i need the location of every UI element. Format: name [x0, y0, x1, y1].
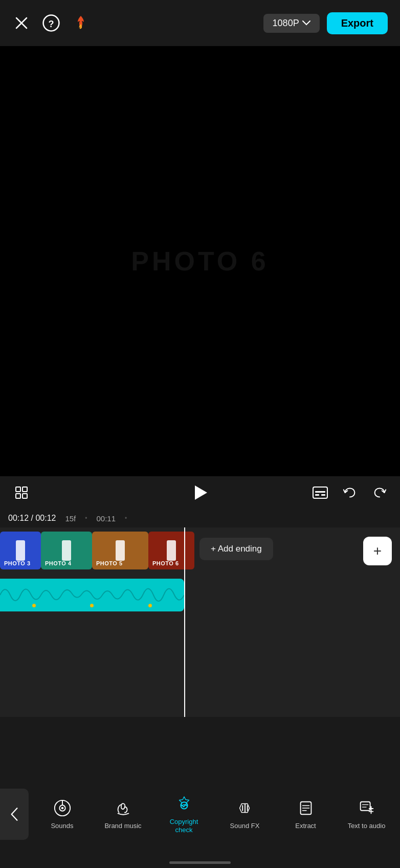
- clip-photo6[interactable]: pHoTO 6: [148, 532, 194, 569]
- clip-divider-3[interactable]: [16, 540, 25, 561]
- clip-divider-5[interactable]: [116, 540, 125, 561]
- frame-marker: 15f: [65, 514, 76, 523]
- help-button[interactable]: ?: [42, 14, 60, 32]
- resolution-label: 1080P: [273, 18, 299, 29]
- nav-item-brand-music[interactable]: Brand music: [103, 798, 144, 830]
- nav-item-extract[interactable]: Extract: [285, 798, 326, 830]
- clip-photo5-label: pHoTO 5: [96, 560, 123, 566]
- top-bar-right: 1080P Export: [263, 12, 388, 34]
- home-indicator: [169, 861, 231, 864]
- subtitle-button[interactable]: [310, 482, 330, 503]
- text-to-audio-label: Text to audio: [348, 822, 386, 830]
- clip-divider-6[interactable]: [167, 540, 176, 561]
- top-bar: ? 1080P Export: [0, 0, 400, 46]
- play-button[interactable]: [187, 480, 213, 505]
- nav-item-sound-fx[interactable]: Sound FX: [225, 798, 265, 830]
- redo-button[interactable]: [369, 482, 390, 503]
- audio-keyframes: [0, 604, 184, 607]
- add-clip-button[interactable]: +: [363, 537, 392, 565]
- sound-fx-label: Sound FX: [230, 822, 260, 830]
- fullscreen-button[interactable]: [10, 481, 33, 504]
- keyframe-dot: [32, 604, 36, 607]
- svg-marker-8: [195, 485, 207, 500]
- time-marker2: 00:11: [97, 514, 116, 523]
- keyframe-dot: [148, 604, 152, 607]
- timeline-area: pHoTO 3 pHoTO 4 pHoTO 5 pHoTO 6 + Add en…: [0, 527, 400, 717]
- svg-point-16: [61, 807, 63, 810]
- clip-photo6-label: pHoTO 6: [152, 560, 179, 566]
- clip-photo3-label: pHoTO 3: [4, 560, 31, 566]
- svg-text:?: ?: [49, 19, 54, 29]
- export-button[interactable]: Export: [327, 12, 388, 34]
- sounds-label: Sounds: [51, 822, 73, 830]
- clip-photo3[interactable]: pHoTO 3: [0, 532, 41, 569]
- svg-rect-6: [16, 494, 20, 498]
- nav-item-copyright-check[interactable]: Copyrightcheck: [164, 794, 205, 834]
- copyright-check-label: Copyrightcheck: [170, 818, 198, 834]
- add-ending-label: + Add ending: [211, 544, 262, 554]
- nav-items: Sounds Brand music: [29, 794, 400, 834]
- svg-rect-26: [360, 802, 370, 811]
- svg-rect-10: [315, 494, 319, 496]
- nav-item-sounds[interactable]: Sounds: [42, 798, 83, 830]
- clip-photo5[interactable]: pHoTO 5: [92, 532, 148, 569]
- playhead[interactable]: [184, 527, 185, 717]
- svg-rect-11: [321, 494, 325, 496]
- brand-music-label: Brand music: [104, 822, 141, 830]
- playback-right: [310, 482, 390, 503]
- preview-watermark: PHOTO 6: [131, 246, 269, 277]
- time-row: 00:12 / 00:12 15f • 00:11 •: [0, 509, 400, 527]
- sounds-icon: [53, 798, 72, 818]
- clip-photo4-label: pHoTO 4: [45, 560, 72, 566]
- text-to-audio-icon: [357, 798, 376, 818]
- svg-rect-7: [23, 494, 27, 498]
- bottom-nav: Sounds Brand music: [0, 781, 400, 848]
- nav-back-button[interactable]: [0, 789, 29, 840]
- audio-track[interactable]: [0, 579, 184, 611]
- svg-rect-5: [23, 487, 27, 492]
- playback-left: [10, 481, 33, 504]
- clip-divider-4[interactable]: [62, 540, 71, 561]
- flame-icon: [72, 14, 90, 32]
- clips-container: pHoTO 3 pHoTO 4 pHoTO 5 pHoTO 6: [0, 530, 194, 571]
- keyframe-dot: [90, 604, 94, 607]
- clip-photo4[interactable]: pHoTO 4: [41, 532, 92, 569]
- svg-rect-4: [16, 487, 20, 492]
- add-ending-button[interactable]: + Add ending: [199, 538, 273, 560]
- time-display: 00:12 / 00:12: [8, 514, 56, 523]
- video-preview: PHOTO 6: [0, 46, 400, 476]
- resolution-button[interactable]: 1080P: [263, 14, 320, 33]
- sound-fx-icon: [235, 798, 255, 818]
- extract-label: Extract: [295, 822, 316, 830]
- close-button[interactable]: [12, 14, 31, 32]
- copyright-check-icon: [174, 794, 194, 814]
- playback-bar: [0, 476, 400, 509]
- svg-rect-12: [315, 491, 325, 493]
- brand-music-icon: [114, 798, 133, 818]
- extract-icon: [296, 798, 316, 818]
- undo-button[interactable]: [340, 482, 360, 503]
- top-bar-left: ?: [12, 14, 90, 32]
- nav-item-text-to-audio[interactable]: Text to audio: [346, 798, 387, 830]
